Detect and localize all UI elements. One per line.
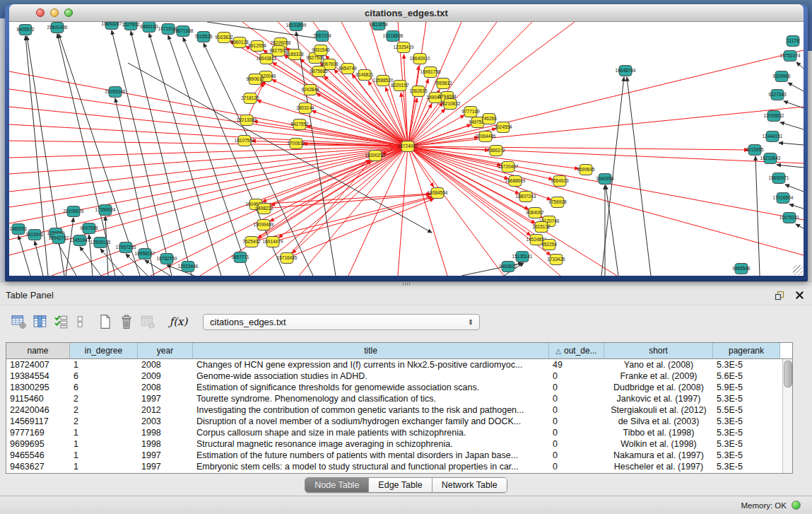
table-vertical-scrollbar[interactable] — [782, 359, 792, 473]
select-columns-icon[interactable] — [52, 313, 70, 331]
table-header-row: namein_degreeyeartitle△out_de...shortpag… — [6, 343, 792, 358]
table-row[interactable]: 977716911998Corpus callosum shape and si… — [6, 427, 792, 438]
memory-status-label: Memory: OK — [741, 501, 787, 510]
network-canvas[interactable]: 9405572206914061065328715276026466160107… — [9, 22, 804, 276]
network-window-title: citations_edges.txt — [9, 8, 804, 18]
network-node-label: 18671388 — [173, 28, 194, 33]
table-row[interactable]: 2242004622012Investigating the contribut… — [6, 404, 792, 416]
row-height-icon[interactable] — [73, 313, 86, 331]
table-cell: 2 — [70, 393, 138, 404]
network-node-label: 20691406 — [47, 25, 68, 30]
table-row[interactable]: 911546021997Tourette syndrome. Phenomeno… — [6, 393, 792, 404]
network-node-label: 9756928 — [548, 199, 567, 204]
column-header-pagerank[interactable]: pagerank — [713, 343, 780, 358]
table-cell: 5.3E-5 — [713, 359, 780, 370]
table-row[interactable]: 969969511998Structural magnetic resonanc… — [6, 438, 792, 450]
sort-asc-icon: △ — [555, 347, 561, 355]
table-cell: 1 — [70, 427, 138, 438]
table-row[interactable]: 1938455462009Genome-wide association stu… — [6, 370, 792, 382]
table-cell: 19384554 — [6, 370, 70, 382]
table-cell: 5.3E-5 — [713, 450, 780, 461]
table-cell: 1998 — [138, 438, 193, 450]
network-node-label: 8186328 — [286, 52, 304, 57]
show-columns-icon[interactable] — [31, 313, 49, 331]
network-node-label: 1362615 — [409, 88, 428, 93]
table-cell: Disruption of a novel member of a sodium… — [193, 416, 549, 427]
network-node-label: 1485051 — [9, 226, 28, 231]
function-builder-icon[interactable]: ƒ(x) — [170, 313, 187, 331]
network-window: citations_edges.txt 94055722069140610653… — [5, 4, 808, 281]
network-node-label: 12325419 — [394, 45, 414, 49]
table-cell: Corpus callosum shape and size in male p… — [193, 427, 549, 438]
table-row[interactable]: 946362711997Embryonic stem cells: a mode… — [6, 461, 792, 472]
network-node-label: 1527602 — [122, 22, 140, 27]
network-node-label: 17359924 — [95, 207, 116, 212]
column-header-out_de[interactable]: △out_de... — [549, 343, 604, 358]
tab-node-table[interactable]: Node Table — [305, 478, 369, 492]
network-node-label: 9777169 — [461, 109, 480, 114]
network-node-label: 17016504 — [773, 195, 794, 200]
network-node-label: 16648784 — [616, 68, 636, 73]
close-panel-icon[interactable] — [794, 290, 805, 301]
network-node-label: 9465546 — [732, 266, 751, 271]
column-header-year[interactable]: year — [138, 343, 193, 358]
table-cell: Tourette syndrome. Phenomenology and cla… — [193, 393, 549, 404]
table-settings-icon[interactable] — [10, 313, 28, 331]
table-panel-header: Table Panel — [0, 286, 812, 305]
new-table-icon[interactable] — [96, 313, 114, 331]
column-header-title[interactable]: title — [193, 343, 549, 358]
table-cell: Changes of HCN gene expression and I(f) … — [193, 359, 549, 370]
table-cell: Investigating the contribution of common… — [193, 404, 549, 416]
network-node-label: 20364486 — [476, 134, 496, 139]
delete-table-icon[interactable] — [117, 313, 135, 331]
table-toolbar: ƒ(x) citations_edges.txt ▲▼ — [0, 305, 812, 338]
network-node-label: 15692971 — [769, 175, 789, 180]
network-node-label: 16961758 — [420, 69, 441, 74]
column-header-name[interactable]: name — [6, 343, 70, 358]
network-node-label: 9329966 — [772, 74, 791, 78]
table-row[interactable]: 1830029562008Estimation of significance … — [6, 382, 792, 393]
table-cell: 0 — [549, 393, 604, 404]
network-node-label: 9084067 — [526, 210, 544, 215]
table-cell: 2012 — [138, 404, 193, 416]
network-node-label: 12213389 — [237, 117, 257, 122]
table-cell: 5.3E-5 — [713, 427, 780, 438]
table-cell: 1 — [70, 438, 138, 450]
table-cell: Structural magnetic resonance image aver… — [193, 438, 549, 450]
column-header-short[interactable]: short — [604, 343, 713, 358]
table-cell: 5.3E-5 — [713, 461, 780, 472]
network-node-label: 15135141 — [512, 254, 533, 259]
table-cell: 2 — [70, 404, 138, 416]
table-cell: 9465546 — [6, 450, 70, 461]
network-node-label: 7857224 — [313, 33, 331, 38]
table-row[interactable]: 1872400712008Changes of HCN gene express… — [6, 359, 792, 370]
network-node-label: 1615132 — [532, 224, 551, 229]
network-node-label: 12093832 — [764, 113, 784, 118]
network-node-label: 17957255 — [116, 245, 136, 250]
tab-edge-table[interactable]: Edge Table — [369, 478, 432, 492]
scrollbar-thumb[interactable] — [784, 361, 792, 387]
network-node-label: 9890612 — [246, 76, 264, 81]
network-node-label: 12942757 — [49, 235, 69, 240]
table-cell: 1998 — [138, 427, 193, 438]
table-selector-dropdown[interactable]: citations_edges.txt ▲▼ — [203, 314, 480, 330]
network-window-titlebar[interactable]: citations_edges.txt — [9, 4, 804, 22]
status-bar: Memory: OK — [0, 496, 812, 514]
table-row[interactable]: 946554611997Estimation of the future num… — [6, 450, 792, 461]
network-node-label: 2967608 — [320, 62, 339, 66]
network-node-label: 8813054 — [370, 22, 388, 27]
node-attribute-table: namein_degreeyeartitle△out_de...shortpag… — [6, 342, 793, 474]
table-cell: 0 — [549, 427, 604, 438]
table-cell: Estimation of the future numbers of pati… — [193, 450, 549, 461]
network-node-label: 9827508 — [306, 55, 324, 60]
table-cell: 9115460 — [6, 393, 70, 404]
network-node-label: 9463627 — [499, 264, 517, 269]
citation-network-graph[interactable]: 9405572206914061065328715276026466160107… — [9, 22, 804, 276]
table-row[interactable]: 1456911722003Disruption of a novel membe… — [6, 416, 792, 427]
tab-network-table[interactable]: Network Table — [433, 478, 507, 492]
float-panel-icon[interactable] — [774, 290, 785, 301]
table-cell: 14569117 — [6, 416, 70, 427]
window-resize-grip-icon[interactable] — [793, 265, 803, 275]
network-node-label: 16782759 — [157, 256, 177, 261]
column-header-in_degree[interactable]: in_degree — [70, 343, 138, 358]
